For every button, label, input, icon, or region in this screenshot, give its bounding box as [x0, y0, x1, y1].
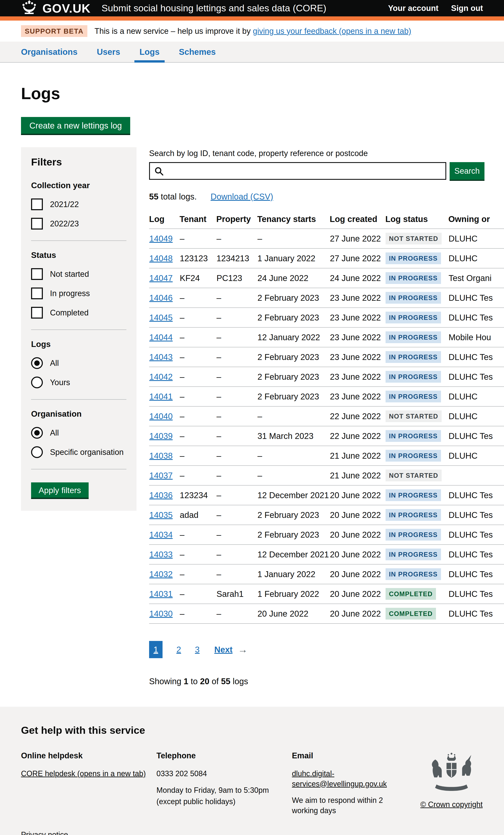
log-created-cell: 20 June 2022 — [330, 485, 385, 505]
email-link[interactable]: dluhc.digital-services@levellingup.gov.u… — [292, 769, 387, 788]
radio-logs-yours[interactable] — [31, 376, 43, 388]
log-id-link[interactable]: 14048 — [149, 254, 173, 263]
checkbox-option-2021-22[interactable]: 2021/22 — [31, 199, 126, 210]
table-row: 14041 – – 2 February 2023 23 June 2022 I… — [149, 387, 504, 406]
privacy-notice-link[interactable]: Privacy notice — [21, 830, 68, 835]
search-button[interactable]: Search — [450, 162, 484, 180]
filter-heading-status: Status — [31, 250, 126, 260]
nav-item-users[interactable]: Users — [97, 42, 120, 62]
checkbox-option-2022-23[interactable]: 2022/23 — [31, 218, 126, 229]
nav-item-organisations[interactable]: Organisations — [21, 42, 78, 62]
showing-summary: Showing 1 to 20 of 55 logs — [149, 677, 504, 686]
logs-table: Log Tenant Property Tenancy starts Log c… — [149, 210, 504, 624]
col-header-log: Log — [149, 210, 180, 229]
table-row: 14030 – – 20 June 2022 20 June 2022 COMP… — [149, 604, 504, 624]
checkbox-not-started[interactable] — [31, 268, 43, 280]
tenancy-starts-cell: 12 January 2022 — [257, 327, 330, 347]
gov-logo[interactable]: GOV.UK Submit social housing lettings an… — [21, 0, 326, 16]
tenancy-starts-cell: 2 February 2023 — [257, 347, 330, 367]
pagination-page-3[interactable]: 3 — [195, 645, 200, 654]
log-id-link[interactable]: 14044 — [149, 333, 173, 342]
radio-option-logs-yours[interactable]: Yours — [31, 376, 126, 388]
checkbox-completed[interactable] — [31, 307, 43, 319]
log-id-link[interactable]: 14038 — [149, 451, 173, 460]
total-count-number: 55 — [149, 192, 159, 201]
log-id-link[interactable]: 14042 — [149, 372, 173, 381]
showing-mid: to — [188, 677, 200, 686]
log-id-link[interactable]: 14041 — [149, 392, 173, 401]
pagination-page-1-current[interactable]: 1 — [149, 641, 163, 658]
radio-label: Specific organisation — [50, 448, 124, 457]
page-title: Logs — [21, 84, 504, 103]
checkbox-option-completed[interactable]: Completed — [31, 307, 126, 319]
owning-organisation-cell: DLUHC Tes — [448, 505, 504, 525]
pagination-next-link[interactable]: Next — [215, 645, 233, 654]
nav-item-schemes[interactable]: Schemes — [179, 42, 216, 62]
radio-logs-all[interactable] — [31, 357, 43, 369]
log-id-link[interactable]: 14031 — [149, 589, 173, 598]
log-id-link[interactable]: 14034 — [149, 530, 173, 539]
apply-filters-button[interactable]: Apply filters — [31, 482, 88, 498]
showing-prefix: Showing — [149, 677, 184, 686]
table-row: 14036 123234 – 12 December 2021 20 June … — [149, 485, 504, 505]
phase-banner-text: This is a new service – help us improve … — [95, 27, 411, 36]
sign-out-link[interactable]: Sign out — [451, 4, 483, 13]
radio-option-org-specific[interactable]: Specific organisation — [31, 446, 126, 458]
log-created-cell: 24 June 2022 — [330, 268, 385, 288]
log-id-link[interactable]: 14045 — [149, 313, 173, 322]
radio-label: All — [50, 359, 59, 368]
core-helpdesk-link[interactable]: CORE helpdesk (opens in a new tab) — [21, 769, 146, 778]
checkbox-2021-22[interactable] — [31, 199, 43, 210]
search-input[interactable] — [149, 162, 446, 180]
nav-item-logs[interactable]: Logs — [139, 42, 160, 62]
log-id-link[interactable]: 14033 — [149, 550, 173, 559]
property-cell: – — [216, 347, 257, 367]
radio-option-logs-all[interactable]: All — [31, 357, 126, 369]
log-id-link[interactable]: 14035 — [149, 510, 173, 520]
log-id-link[interactable]: 14030 — [149, 609, 173, 618]
checkbox-label: Not started — [50, 270, 89, 279]
property-cell: – — [216, 308, 257, 327]
your-account-link[interactable]: Your account — [388, 4, 439, 13]
tenancy-starts-cell: 1 January 2022 — [257, 248, 330, 268]
checkbox-option-not-started[interactable]: Not started — [31, 268, 126, 280]
checkbox-2022-23[interactable] — [31, 218, 43, 229]
log-id-link[interactable]: 14037 — [149, 471, 173, 480]
tenant-cell: – — [180, 545, 216, 564]
footer-crest-column: © Crown copyright — [420, 751, 483, 809]
checkbox-label: 2021/22 — [50, 200, 79, 209]
feedback-link[interactable]: giving us your feedback (opens in a new … — [253, 27, 411, 36]
radio-org-specific[interactable] — [31, 446, 43, 458]
primary-nav: Organisations Users Logs Schemes — [0, 42, 504, 63]
log-id-link[interactable]: 14032 — [149, 570, 173, 579]
log-id-link[interactable]: 14039 — [149, 431, 173, 441]
property-cell: – — [216, 485, 257, 505]
tenant-cell: – — [180, 288, 216, 308]
total-count-suffix: total logs. — [159, 192, 197, 201]
filter-heading-organisation: Organisation — [31, 409, 126, 419]
crown-copyright-link[interactable]: © Crown copyright — [420, 800, 483, 809]
radio-org-all[interactable] — [31, 427, 43, 439]
tenant-cell: – — [180, 229, 216, 248]
create-lettings-log-button[interactable]: Create a new lettings log — [21, 117, 130, 134]
download-csv-link[interactable]: Download (CSV) — [210, 192, 273, 201]
status-badge: IN PROGRESS — [386, 568, 441, 580]
checkbox-label: 2022/23 — [50, 219, 79, 228]
pagination-page-2[interactable]: 2 — [176, 645, 181, 654]
property-cell: – — [216, 288, 257, 308]
table-row: 14039 – – 31 March 2023 22 June 2022 IN … — [149, 426, 504, 446]
log-id-link[interactable]: 14043 — [149, 352, 173, 362]
service-name[interactable]: Submit social housing lettings and sales… — [101, 3, 326, 14]
log-id-link[interactable]: 14040 — [149, 412, 173, 421]
log-id-link[interactable]: 14047 — [149, 273, 173, 283]
tenant-cell: – — [180, 525, 216, 545]
log-created-cell: 20 June 2022 — [330, 545, 385, 564]
log-id-link[interactable]: 14049 — [149, 234, 173, 243]
checkbox-option-in-progress[interactable]: In progress — [31, 287, 126, 299]
log-id-link[interactable]: 14046 — [149, 293, 173, 302]
log-id-link[interactable]: 14036 — [149, 491, 173, 500]
col-header-log-status: Log status — [385, 210, 448, 229]
showing-to: 20 — [200, 677, 209, 686]
checkbox-in-progress[interactable] — [31, 287, 43, 299]
radio-option-org-all[interactable]: All — [31, 427, 126, 439]
